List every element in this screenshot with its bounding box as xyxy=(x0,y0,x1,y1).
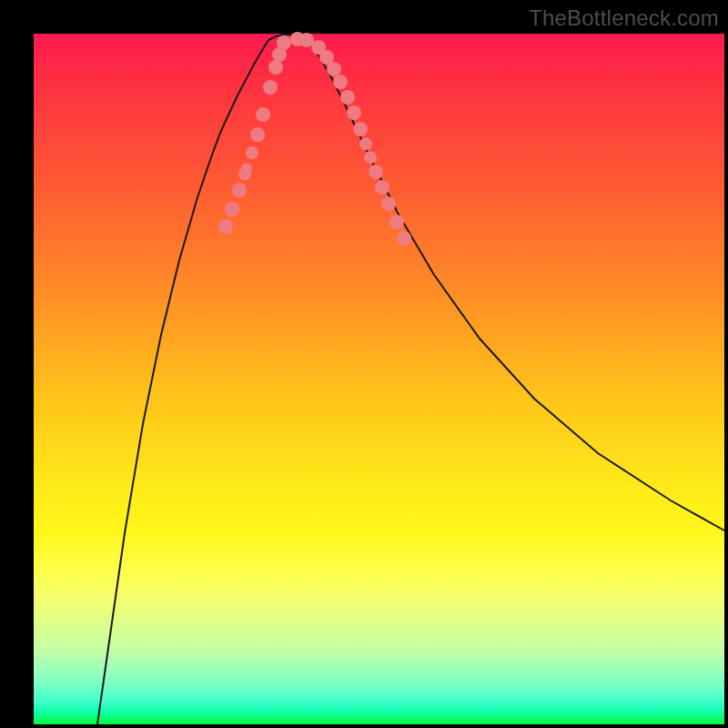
chart-svg xyxy=(34,34,724,724)
left-branch-curve xyxy=(97,40,268,724)
chart-frame: TheBottleneck.com xyxy=(0,0,728,728)
data-point-icon xyxy=(232,183,247,197)
data-point-markers xyxy=(218,32,411,246)
data-point-icon xyxy=(397,231,411,246)
data-point-icon xyxy=(277,35,291,50)
data-point-icon xyxy=(241,163,252,174)
data-point-icon xyxy=(347,106,361,120)
data-point-icon xyxy=(218,219,233,234)
right-branch-curve xyxy=(305,38,724,531)
data-point-icon xyxy=(340,90,355,105)
watermark-text: TheBottleneck.com xyxy=(529,5,719,31)
data-point-icon xyxy=(353,122,368,136)
data-point-icon xyxy=(327,62,341,76)
data-point-icon xyxy=(333,75,348,89)
data-point-icon xyxy=(369,165,383,179)
data-point-icon xyxy=(225,202,239,217)
data-point-icon xyxy=(268,60,283,75)
data-point-icon xyxy=(250,127,265,142)
data-point-icon xyxy=(256,107,270,122)
data-point-icon xyxy=(263,80,278,95)
data-point-icon xyxy=(364,151,377,164)
data-point-icon xyxy=(359,137,372,150)
data-point-icon xyxy=(375,180,389,195)
data-point-icon xyxy=(389,215,404,229)
data-point-icon xyxy=(246,147,258,159)
data-point-icon xyxy=(381,197,396,211)
